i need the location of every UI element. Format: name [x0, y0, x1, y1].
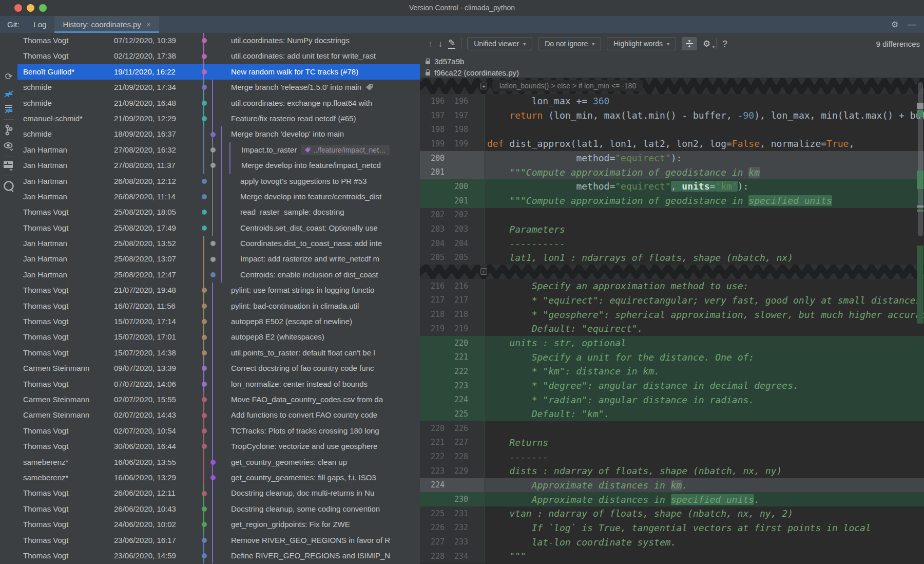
lock-icon — [426, 72, 430, 76]
viewer-mode-dropdown[interactable]: Unified viewer ▾ — [467, 37, 532, 50]
gutter: 196196 — [420, 94, 484, 108]
expand-region-icon[interactable]: + — [480, 268, 487, 275]
edit-source-icon[interactable]: ✎ — [448, 39, 455, 49]
commit-row[interactable]: Thomas Vogt15/07/2020, 14:38util.points_… — [17, 345, 420, 361]
change-marker[interactable] — [917, 110, 923, 117]
highlight-mode-dropdown[interactable]: Highlight words ▾ — [607, 37, 676, 50]
change-marker[interactable] — [917, 171, 923, 189]
code-text: method="equirect"): — [484, 151, 924, 165]
commit-row[interactable]: Carmen Steinmann02/07/2020, 15:55Move FA… — [17, 392, 420, 407]
commit-row[interactable]: Thomas Vogt26/06/2020, 12:11Docstring cl… — [17, 485, 420, 501]
commit-row[interactable]: Jan Hartman27/08/2020, 16:32Impact.to_ra… — [17, 142, 420, 158]
commit-message: apply tovogt's suggestions to PR #53 — [231, 174, 420, 189]
commit-row[interactable]: Thomas Vogt07/12/2020, 10:39util.coordin… — [17, 33, 420, 48]
next-difference-icon[interactable]: ↓ — [438, 40, 443, 48]
graph-line — [221, 158, 222, 173]
code-text — [484, 421, 924, 436]
graph-line — [212, 345, 213, 361]
collapse-unchanged-toggle[interactable]: ▼ ▲ — [682, 37, 697, 50]
diff-settings-gear-icon[interactable]: ⚙ ▾ — [703, 40, 710, 48]
previous-difference-icon[interactable]: ↑ — [428, 40, 433, 48]
commit-message: Docstring cleanup, doc multi-returns in … — [231, 485, 420, 501]
preview-eye-icon[interactable] — [0, 141, 17, 154]
graph-line — [212, 423, 213, 439]
commit-dot — [202, 397, 207, 402]
commit-row[interactable]: sameberenz*16/06/2020, 13:55get_country_… — [17, 455, 420, 470]
commit-row[interactable]: Thomas Vogt16/07/2020, 11:56pylint: bad-… — [17, 298, 420, 314]
commit-date: 25/08/2020, 17:49 — [114, 220, 196, 236]
commit-row[interactable]: Thomas Vogt24/06/2020, 10:02get_region_g… — [17, 517, 420, 532]
commit-dot — [202, 553, 207, 558]
commit-author: schmide — [23, 126, 111, 142]
commit-row[interactable]: Thomas Vogt25/08/2020, 18:05read_raster_… — [17, 204, 420, 220]
commit-row[interactable]: Jan Hartman25/08/2020, 13:52Coordinates.… — [17, 236, 420, 251]
commit-message: TCTracks: Plots of tracks crossing 180 l… — [231, 423, 420, 439]
collapse-linear-branches-icon[interactable] — [0, 104, 17, 116]
commit-row[interactable]: Thomas Vogt02/12/2020, 17:38util.coordin… — [17, 48, 420, 64]
commit-row[interactable]: Thomas Vogt26/06/2020, 10:43Docstring cl… — [17, 501, 420, 517]
git-branch-icon[interactable] — [0, 124, 17, 138]
old-line-number: 224 — [420, 480, 445, 490]
new-line-number: 233 — [447, 537, 468, 547]
change-marker[interactable] — [917, 210, 923, 212]
commit-row[interactable]: Thomas Vogt15/07/2020, 17:14autopep8 E50… — [17, 314, 420, 329]
commit-message: Feature/fix rasterio read netcdf (#65) — [231, 111, 420, 126]
commit-row[interactable]: Jan Hartman26/08/2020, 12:12apply tovogt… — [17, 174, 420, 189]
help-icon[interactable]: ? — [722, 40, 727, 48]
refresh-icon[interactable]: ⟳ — [0, 71, 17, 82]
commit-date: 16/07/2020, 11:56 — [114, 298, 196, 314]
gutter: 230 — [420, 492, 484, 506]
graph-line — [221, 236, 222, 251]
close-tab-icon[interactable]: × — [146, 20, 151, 29]
commit-row[interactable]: Jan Hartman26/08/2020, 11:14Merge develo… — [17, 189, 420, 204]
commit-row[interactable]: schmide21/09/2020, 16:48util.coordinates… — [17, 96, 420, 111]
commit-author: sameberenz* — [23, 470, 111, 485]
graph-line — [212, 111, 213, 126]
commit-row[interactable]: Carmen Steinmann09/07/2020, 13:39Correct… — [17, 361, 420, 376]
commit-row[interactable]: Benoît Guillod*19/11/2020, 16:22New rand… — [17, 64, 420, 80]
change-marker[interactable] — [917, 103, 923, 109]
settings-gear-icon[interactable]: ⚙ — [891, 20, 898, 29]
commit-row[interactable]: Thomas Vogt23/06/2020, 16:17Remove RIVER… — [17, 533, 420, 548]
code-text: ---------- — [484, 236, 924, 251]
diff-line-deleted: 200 method="equirect"): — [420, 151, 924, 165]
old-line-number: 205 — [420, 253, 445, 262]
commit-date: 26/06/2020, 10:43 — [114, 501, 196, 517]
commit-row[interactable]: Jan Hartman27/08/2020, 11:37Merge develo… — [17, 158, 420, 173]
commit-author: schmide — [23, 80, 111, 95]
graph-line — [221, 142, 222, 158]
github-icon[interactable] — [0, 180, 17, 195]
hide-panel-icon[interactable]: — — [908, 20, 916, 29]
whitespace-ignore-dropdown[interactable]: Do not ignore ▾ — [538, 37, 601, 50]
lock-icon — [426, 61, 430, 64]
commit-row[interactable]: Carmen Steinmann02/07/2020, 14:43Add fun… — [17, 407, 420, 423]
commit-row[interactable]: Thomas Vogt30/06/2020, 16:44TropCyclone:… — [17, 439, 420, 454]
commit-row[interactable]: Thomas Vogt23/06/2020, 14:59Define RIVER… — [17, 548, 420, 563]
commit-date: 18/09/2020, 16:37 — [114, 126, 196, 142]
commit-row[interactable]: emanuel-schmid*21/09/2020, 12:29Feature/… — [17, 111, 420, 126]
commit-row[interactable]: Thomas Vogt15/07/2020, 17:01autopep8 E2 … — [17, 329, 420, 345]
expand-region-icon[interactable]: + — [480, 83, 487, 89]
commit-row[interactable]: sameberenz*16/06/2020, 13:29get_country_… — [17, 470, 420, 485]
collapse-branches-icon[interactable] — [0, 88, 17, 101]
commit-row[interactable]: Jan Hartman25/08/2020, 13:07Impact: add … — [17, 251, 420, 267]
commit-row[interactable]: schmide18/09/2020, 16:37Merge branch 'de… — [17, 126, 420, 142]
commit-author: Thomas Vogt — [23, 501, 111, 517]
code-text: * "degree": angular distance in decimal … — [484, 379, 924, 393]
rail-divider — [4, 157, 14, 157]
commit-row[interactable]: schmide21/09/2020, 17:34Merge branch 're… — [17, 80, 420, 95]
commit-row[interactable]: Thomas Vogt02/07/2020, 10:54TCTracks: Pl… — [17, 423, 420, 439]
change-marker[interactable] — [917, 246, 923, 324]
commit-row[interactable]: Jan Hartman25/08/2020, 12:47Centroids: e… — [17, 267, 420, 283]
commit-row[interactable]: Thomas Vogt25/08/2020, 17:49Centroids.se… — [17, 220, 420, 236]
gutter: 223229 — [420, 464, 484, 478]
new-line-number: 197 — [447, 111, 468, 120]
tab-history-coordinates[interactable]: History: coordinates.py × — [54, 16, 159, 33]
gutter: 222228 — [420, 449, 484, 464]
layout-view-icon[interactable] — [0, 160, 17, 174]
tab-log[interactable]: Log — [25, 16, 54, 33]
change-marker[interactable] — [917, 205, 923, 208]
commit-row[interactable]: Thomas Vogt07/07/2020, 14:06lon_normaliz… — [17, 377, 420, 392]
diff-line: 221227 Returns — [420, 436, 924, 450]
commit-row[interactable]: Thomas Vogt21/07/2020, 19:48pylint: use … — [17, 283, 420, 298]
